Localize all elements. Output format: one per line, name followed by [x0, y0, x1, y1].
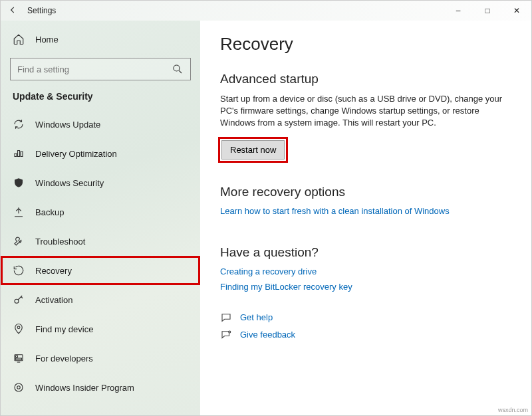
- sidebar-item-activation[interactable]: Activation: [1, 285, 200, 314]
- sidebar-item-for-developers[interactable]: For developers: [1, 344, 200, 373]
- svg-point-2: [17, 326, 20, 329]
- chat-icon: [220, 312, 232, 324]
- close-button[interactable]: ✕: [502, 1, 531, 21]
- recovery-drive-link[interactable]: Creating a recovery drive: [220, 266, 317, 276]
- get-help-row[interactable]: Get help: [220, 312, 511, 324]
- sidebar-item-delivery-optimization[interactable]: Delivery Optimization: [1, 139, 200, 168]
- sidebar-item-windows-security[interactable]: Windows Security: [1, 168, 200, 197]
- titlebar: Settings – □ ✕: [1, 1, 531, 21]
- sidebar-item-label: Activation: [35, 295, 72, 305]
- back-button[interactable]: [1, 5, 25, 17]
- sidebar-item-find-my-device[interactable]: Find my device: [1, 314, 200, 344]
- search-box[interactable]: [10, 58, 191, 80]
- location-icon: [13, 323, 25, 335]
- search-input[interactable]: [17, 64, 159, 74]
- sidebar-item-windows-update[interactable]: Windows Update: [1, 110, 200, 139]
- watermark: wsxdn.com: [498, 407, 528, 413]
- minimize-button[interactable]: –: [444, 1, 473, 21]
- page-title: Recovery: [220, 34, 511, 54]
- window-title: Settings: [25, 6, 444, 15]
- maximize-button[interactable]: □: [473, 1, 502, 21]
- search-icon: [172, 63, 184, 75]
- advanced-startup-desc: Start up from a device or disc (such as …: [220, 93, 511, 130]
- wrench-icon: [13, 235, 25, 247]
- sidebar-item-backup[interactable]: Backup: [1, 197, 200, 227]
- advanced-startup-section: Advanced startup Start up from a device …: [220, 72, 511, 161]
- sidebar-item-recovery[interactable]: Recovery: [1, 256, 200, 285]
- sidebar-item-label: Backup: [35, 207, 64, 217]
- feedback-link[interactable]: Give feedback: [240, 330, 295, 340]
- feedback-row[interactable]: Give feedback: [220, 329, 511, 341]
- get-help-link[interactable]: Get help: [240, 312, 273, 322]
- advanced-startup-heading: Advanced startup: [220, 72, 511, 86]
- feedback-icon: [220, 329, 232, 341]
- main-content: Recovery Advanced startup Start up from …: [200, 21, 531, 415]
- sidebar: Home Update & Security Windows Update De…: [1, 21, 200, 415]
- insider-icon: [13, 381, 25, 393]
- sidebar-home[interactable]: Home: [1, 25, 200, 54]
- sidebar-item-label: Windows Security: [35, 178, 104, 188]
- sidebar-section-title: Update & Security: [1, 87, 200, 110]
- recovery-icon: [13, 264, 25, 276]
- svg-rect-4: [16, 356, 18, 357]
- question-heading: Have a question?: [220, 245, 511, 260]
- sidebar-item-windows-insider[interactable]: Windows Insider Program: [1, 373, 200, 402]
- restart-now-highlight: Restart now: [220, 139, 286, 161]
- svg-point-0: [174, 65, 180, 71]
- sidebar-item-label: Find my device: [35, 324, 93, 334]
- backup-icon: [13, 206, 25, 218]
- sidebar-item-troubleshoot[interactable]: Troubleshoot: [1, 227, 200, 256]
- svg-rect-5: [16, 358, 22, 360]
- more-recovery-section: More recovery options Learn how to start…: [220, 185, 511, 221]
- sidebar-item-label: Windows Insider Program: [35, 383, 134, 393]
- sidebar-home-label: Home: [35, 35, 59, 45]
- developer-icon: [13, 352, 25, 364]
- help-section: Get help Give feedback: [220, 312, 511, 341]
- start-fresh-link[interactable]: Learn how to start fresh with a clean in…: [220, 206, 450, 216]
- sidebar-item-label: Recovery: [35, 266, 72, 276]
- optimize-icon: [13, 148, 25, 159]
- key-icon: [13, 294, 25, 306]
- sidebar-item-label: Troubleshoot: [35, 237, 85, 247]
- svg-point-7: [17, 386, 21, 389]
- svg-point-8: [229, 331, 231, 333]
- sidebar-item-label: Windows Update: [35, 120, 100, 130]
- sidebar-item-label: Delivery Optimization: [35, 149, 117, 159]
- home-icon: [13, 33, 25, 45]
- shield-icon: [13, 177, 25, 189]
- question-section: Have a question? Creating a recovery dri…: [220, 245, 511, 297]
- sidebar-item-label: For developers: [35, 354, 93, 364]
- more-recovery-heading: More recovery options: [220, 185, 511, 199]
- svg-point-1: [15, 299, 19, 303]
- svg-point-6: [15, 383, 23, 391]
- bitlocker-link[interactable]: Finding my BitLocker recovery key: [220, 282, 352, 292]
- sync-icon: [13, 118, 25, 130]
- restart-now-button[interactable]: Restart now: [221, 140, 285, 159]
